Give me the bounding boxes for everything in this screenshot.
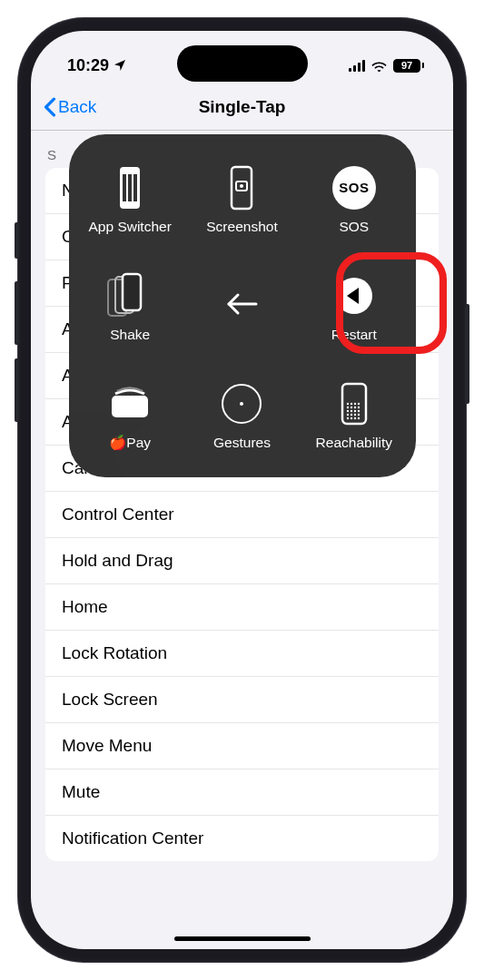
at-apple-pay[interactable]: 🍎Pay <box>74 364 186 468</box>
at-screenshot[interactable]: Screenshot <box>186 147 298 251</box>
list-item[interactable]: Notification Center <box>45 816 439 861</box>
svg-rect-3 <box>133 174 137 201</box>
at-back[interactable] <box>186 255 298 359</box>
at-label: SOS <box>339 219 369 235</box>
volume-up-button <box>15 281 19 345</box>
list-item[interactable]: Home <box>45 584 439 631</box>
list-item[interactable]: Mute <box>45 769 439 816</box>
at-shake[interactable]: Shake <box>74 255 186 359</box>
at-label: Reachability <box>316 435 392 451</box>
app-switcher-icon <box>114 164 146 211</box>
chevron-left-icon <box>44 97 56 117</box>
cellular-signal-icon <box>349 60 366 72</box>
svg-point-31 <box>354 417 356 419</box>
svg-point-23 <box>354 410 356 412</box>
at-label: 🍎Pay <box>109 435 151 451</box>
at-app-switcher[interactable]: App Switcher <box>74 147 186 251</box>
reachability-icon <box>339 380 370 427</box>
svg-point-32 <box>358 417 360 419</box>
screen: 10:29 97 Back Single-Tap S <box>31 31 453 949</box>
location-icon <box>113 58 127 73</box>
page-title: Single-Tap <box>199 97 286 117</box>
at-label: Gestures <box>213 435 271 451</box>
battery-indicator: 97 <box>393 59 424 73</box>
back-label: Back <box>58 97 96 117</box>
svg-rect-11 <box>112 396 148 417</box>
at-sos[interactable]: SOS SOS <box>298 147 410 251</box>
wifi-icon <box>370 59 388 72</box>
svg-point-26 <box>351 414 352 416</box>
svg-point-30 <box>351 417 352 419</box>
svg-point-13 <box>347 403 349 405</box>
svg-rect-2 <box>128 174 132 201</box>
svg-point-28 <box>358 414 360 416</box>
at-label: Screenshot <box>206 219 277 235</box>
svg-point-14 <box>351 403 352 405</box>
list-item[interactable]: Hold and Drag <box>45 538 439 584</box>
mute-switch <box>15 222 19 259</box>
svg-point-17 <box>347 407 349 408</box>
at-label: Shake <box>110 327 150 343</box>
volume-down-button <box>15 358 19 422</box>
apple-pay-icon <box>108 380 152 427</box>
nav-header: Back Single-Tap <box>31 83 453 131</box>
svg-point-19 <box>354 407 356 408</box>
svg-point-27 <box>354 414 356 416</box>
at-gestures[interactable]: Gestures <box>186 364 298 468</box>
svg-point-24 <box>358 410 360 412</box>
screenshot-icon <box>225 164 258 211</box>
home-indicator[interactable] <box>174 936 311 941</box>
svg-point-22 <box>351 410 352 412</box>
list-item[interactable]: Lock Rotation <box>45 631 439 677</box>
list-item[interactable]: Move Menu <box>45 723 439 769</box>
at-label: App Switcher <box>89 219 172 235</box>
sos-icon: SOS <box>332 164 376 211</box>
svg-point-15 <box>354 403 356 405</box>
svg-point-6 <box>240 184 243 188</box>
list-item[interactable]: Lock Screen <box>45 677 439 723</box>
at-reachability[interactable]: Reachability <box>298 364 410 468</box>
power-button <box>465 304 469 404</box>
back-arrow-icon <box>223 280 260 328</box>
back-button[interactable]: Back <box>44 97 96 117</box>
annotation-highlight <box>336 252 447 354</box>
svg-point-25 <box>347 414 349 416</box>
svg-point-20 <box>358 407 360 408</box>
list-item[interactable]: Control Center <box>45 492 439 538</box>
svg-rect-9 <box>123 274 141 310</box>
shake-icon <box>103 272 157 319</box>
svg-point-16 <box>358 403 360 405</box>
status-time: 10:29 <box>67 56 109 75</box>
svg-point-18 <box>351 407 352 408</box>
svg-point-21 <box>347 410 349 412</box>
gestures-icon <box>222 380 262 427</box>
svg-rect-1 <box>123 174 126 201</box>
svg-point-29 <box>347 417 349 419</box>
dynamic-island <box>177 45 308 82</box>
phone-frame: 10:29 97 Back Single-Tap S <box>18 18 466 962</box>
